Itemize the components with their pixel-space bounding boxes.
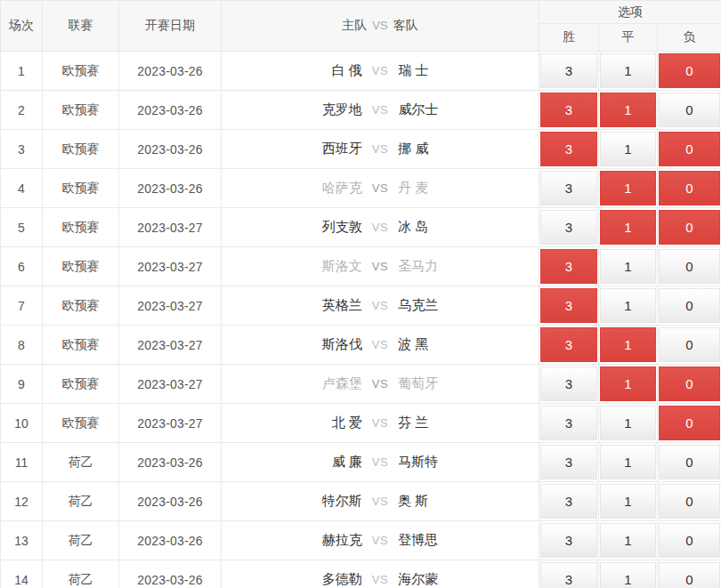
option-win-button[interactable]: 3	[540, 445, 597, 479]
option-cell: 3	[539, 326, 599, 365]
option-lose-button[interactable]: 0	[659, 171, 720, 205]
teams-wrap: 北 爱VS芬 兰	[222, 415, 539, 431]
option-cell: 1	[599, 521, 658, 560]
option-cell: 3	[539, 365, 599, 404]
option-draw-button[interactable]: 1	[600, 406, 656, 440]
table-row: 7欧预赛2023-03-27英格兰VS乌克兰310	[1, 286, 721, 326]
option-cell: 1	[599, 247, 658, 286]
option-win-button[interactable]: 3	[540, 53, 597, 88]
option-lose-button[interactable]: 0	[659, 484, 720, 519]
home-team: 北 爱	[222, 415, 372, 431]
option-draw-button[interactable]: 1	[600, 562, 656, 588]
option-win-button[interactable]: 3	[540, 523, 597, 558]
away-team: 丹 麦	[388, 180, 539, 197]
away-team: 波 黑	[388, 336, 539, 353]
option-lose-button[interactable]: 0	[659, 406, 720, 440]
option-win-button[interactable]: 3	[540, 171, 597, 205]
option-cell: 0	[658, 247, 721, 286]
option-win-button[interactable]: 3	[540, 288, 597, 323]
league-name: 欧预赛	[43, 130, 119, 169]
match-teams: 卢森堡VS葡萄牙	[222, 365, 539, 404]
header-home-label: 主队	[342, 18, 367, 32]
vs-label: VS	[372, 64, 388, 77]
option-lose-button[interactable]: 0	[659, 327, 720, 362]
option-cell: 0	[658, 521, 721, 560]
teams-wrap: 英格兰VS乌克兰	[222, 297, 539, 314]
option-win-button[interactable]: 3	[540, 210, 597, 245]
home-team: 斯洛文	[222, 258, 372, 275]
header-away-label: 客队	[393, 18, 418, 32]
match-date: 2023-03-26	[119, 91, 222, 130]
option-cell: 0	[658, 286, 721, 326]
option-cell: 1	[599, 365, 658, 404]
option-win-button[interactable]: 3	[540, 249, 597, 284]
home-team: 哈萨克	[222, 180, 372, 197]
home-team: 白 俄	[222, 62, 372, 79]
option-draw-button[interactable]: 1	[600, 445, 656, 479]
option-draw-button[interactable]: 1	[600, 53, 656, 88]
option-win-button[interactable]: 3	[540, 93, 597, 127]
option-cell: 3	[539, 169, 599, 208]
option-cell: 1	[599, 560, 658, 588]
option-draw-button[interactable]: 1	[600, 249, 656, 284]
option-lose-button[interactable]: 0	[659, 210, 720, 245]
option-cell: 0	[658, 560, 721, 588]
home-team: 多德勒	[222, 571, 372, 588]
option-win-button[interactable]: 3	[540, 484, 597, 519]
home-team: 威 廉	[222, 454, 372, 471]
option-draw-button[interactable]: 1	[600, 171, 656, 205]
away-team: 圣马力	[388, 258, 539, 275]
league-name: 荷乙	[43, 521, 119, 560]
match-date: 2023-03-26	[119, 521, 222, 560]
option-win-button[interactable]: 3	[540, 132, 597, 166]
away-team: 葡萄牙	[388, 375, 539, 392]
table-row: 10欧预赛2023-03-27北 爱VS芬 兰310	[1, 404, 721, 443]
teams-wrap: 多德勒VS海尔蒙	[222, 571, 539, 588]
option-draw-button[interactable]: 1	[600, 93, 656, 127]
header-date: 开赛日期	[119, 1, 222, 52]
option-draw-button[interactable]: 1	[600, 327, 656, 362]
match-no: 10	[1, 404, 43, 443]
league-name: 欧预赛	[43, 286, 119, 326]
match-no: 4	[1, 169, 43, 208]
option-draw-button[interactable]: 1	[600, 132, 656, 166]
option-cell: 1	[599, 52, 658, 91]
option-lose-button[interactable]: 0	[659, 562, 720, 588]
vs-label: VS	[372, 142, 388, 156]
option-cell: 3	[539, 91, 599, 130]
option-draw-button[interactable]: 1	[600, 484, 656, 519]
option-cell: 1	[599, 443, 658, 482]
option-cell: 1	[599, 91, 658, 130]
match-no: 2	[1, 91, 43, 130]
option-cell: 3	[539, 130, 599, 169]
option-draw-button[interactable]: 1	[600, 210, 656, 245]
home-team: 英格兰	[222, 297, 372, 314]
match-teams: 北 爱VS芬 兰	[222, 404, 539, 443]
away-team: 冰 岛	[388, 219, 539, 236]
away-team: 奥 斯	[388, 493, 539, 510]
option-win-button[interactable]: 3	[540, 327, 597, 362]
match-teams: 英格兰VS乌克兰	[222, 286, 539, 326]
option-win-button[interactable]: 3	[540, 562, 597, 588]
option-draw-button[interactable]: 1	[600, 366, 656, 401]
option-draw-button[interactable]: 1	[600, 288, 656, 323]
vs-label: VS	[372, 260, 388, 273]
option-win-button[interactable]: 3	[540, 366, 597, 401]
match-no: 12	[1, 482, 43, 521]
option-lose-button[interactable]: 0	[659, 288, 720, 323]
option-cell: 1	[599, 286, 658, 326]
match-teams: 列支敦VS冰 岛	[222, 208, 539, 247]
table-row: 14荷乙2023-03-26多德勒VS海尔蒙310	[1, 560, 721, 588]
option-cell: 1	[599, 208, 658, 247]
option-draw-button[interactable]: 1	[600, 523, 656, 558]
header-teams: 主队VS客队	[222, 1, 539, 52]
match-date: 2023-03-27	[119, 208, 222, 247]
option-win-button[interactable]: 3	[540, 406, 597, 440]
option-lose-button[interactable]: 0	[659, 93, 720, 127]
option-lose-button[interactable]: 0	[659, 53, 720, 88]
option-lose-button[interactable]: 0	[659, 249, 720, 284]
option-lose-button[interactable]: 0	[659, 366, 720, 401]
option-lose-button[interactable]: 0	[659, 523, 720, 558]
option-lose-button[interactable]: 0	[659, 132, 720, 166]
option-lose-button[interactable]: 0	[659, 445, 720, 479]
